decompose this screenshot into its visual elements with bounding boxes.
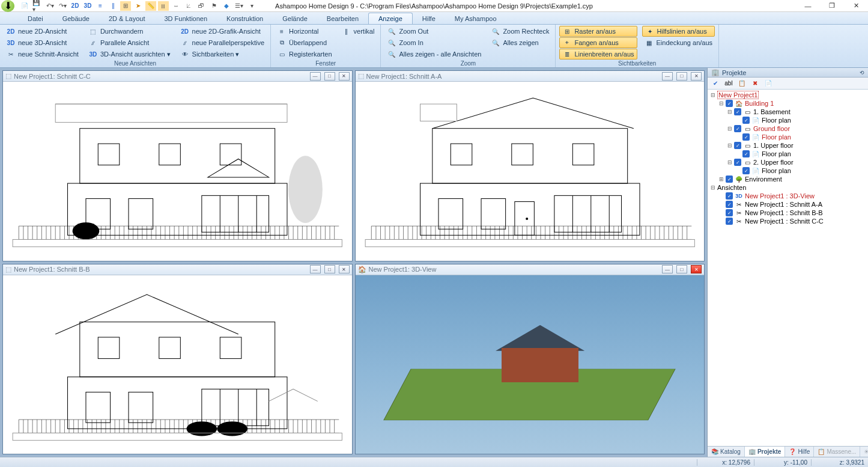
minimize-button[interactable]: —	[796, 0, 820, 12]
qat-redo-icon[interactable]: ↷▾	[57, 1, 68, 11]
tree-checkbox[interactable]: ✓	[742, 133, 750, 141]
view-pane[interactable]: 🏠 New Project1: 3D-View — □ ✕	[355, 264, 705, 455]
ribbon-btn-neue-2d-grafik-ansicht[interactable]: 2Dneue 2D-Grafik-Ansicht	[178, 26, 267, 37]
pane-header[interactable]: ⬚ New Project1: Schnitt A-A — □ ✕	[356, 71, 705, 82]
tree-row[interactable]: ✓📄Floor plan	[710, 116, 866, 124]
qat-undo-icon[interactable]: ↶▾	[44, 1, 55, 11]
tree-checkbox[interactable]: ✓	[742, 150, 750, 157]
check-icon[interactable]: ✔	[710, 79, 721, 88]
pane-maximize-button[interactable]: □	[324, 72, 335, 81]
view-pane[interactable]: ⬚ New Project1: Schnitt C-C — □ ✕	[2, 70, 353, 261]
qat-window-icon[interactable]: 🗗	[196, 1, 207, 11]
tree-row[interactable]: ✓📄Floor plan	[710, 166, 866, 175]
pane-body[interactable]	[3, 82, 352, 261]
pane-maximize-button[interactable]: □	[676, 72, 687, 81]
qat-dim-icon[interactable]: ↔	[171, 1, 181, 11]
qat-flag-icon[interactable]: ⚑	[208, 1, 219, 11]
qat-layer-icon[interactable]: ☰▾	[234, 1, 244, 11]
app-logo-icon[interactable]: ⬇	[1, 0, 14, 12]
menu-tab-geb-ude[interactable]: Gebäude	[53, 13, 99, 24]
tree-row[interactable]: ⊟✓▭Ground floor	[710, 124, 866, 133]
tree-checkbox[interactable]: ✓	[734, 125, 741, 132]
rename-icon[interactable]: abl	[723, 79, 734, 88]
pane-close-button[interactable]: ✕	[691, 72, 702, 81]
tree-checkbox[interactable]: ✓	[726, 100, 733, 107]
tree-checkbox[interactable]: ✓	[742, 167, 750, 174]
menu-tab-my-ashampoo[interactable]: My Ashampoo	[445, 13, 506, 24]
ribbon-btn-fangen-an-aus[interactable]: ⌖Fangen an/aus	[559, 37, 637, 48]
pane-header[interactable]: ⬚ New Project1: Schnitt B-B — □ ✕	[3, 264, 352, 275]
pane-body[interactable]	[3, 275, 352, 454]
pane-body[interactable]	[356, 275, 705, 454]
tree-row[interactable]: ⊟Ansichten	[710, 183, 866, 192]
qat-bars-icon[interactable]: ⫼	[158, 1, 169, 11]
ribbon-btn-sichtbarkeiten-[interactable]: 👁Sichtbarkeiten ▾	[178, 49, 267, 60]
tree-row[interactable]: ⊟New Project1	[710, 91, 866, 99]
qat-grid-icon[interactable]: ⊞	[120, 1, 131, 11]
pane-minimize-button[interactable]: —	[662, 265, 673, 273]
copy-icon[interactable]: 📋	[736, 79, 747, 88]
ribbon-btn-raster-an-aus[interactable]: ⊞Raster an/aus	[559, 26, 637, 37]
menu-tab-3d-funktionen[interactable]: 3D Funktionen	[155, 13, 217, 24]
properties-icon[interactable]: 📄	[763, 79, 774, 88]
view-pane[interactable]: ⬚ New Project1: Schnitt B-B — □ ✕	[2, 264, 353, 455]
ribbon-btn-zoom-rechteck[interactable]: 🔍Zoom Rechteck	[488, 26, 551, 37]
ribbon-btn-zoom-out[interactable]: 🔍Zoom Out	[384, 26, 484, 37]
tree-checkbox[interactable]: ✓	[742, 117, 750, 124]
qat-arrow-icon[interactable]: ➤	[133, 1, 144, 11]
tree-checkbox[interactable]: ✓	[726, 209, 733, 216]
pane-body[interactable]	[356, 82, 705, 261]
pane-minimize-button[interactable]: —	[662, 72, 673, 81]
ribbon-btn-zoom-in[interactable]: 🔍Zoom In	[384, 37, 484, 48]
pane-header[interactable]: ⬚ New Project1: Schnitt C-C — □ ✕	[3, 71, 352, 82]
tree-row[interactable]: ⊟✓▭1. Basement	[710, 108, 866, 116]
pane-maximize-button[interactable]: □	[676, 265, 687, 273]
tree-checkbox[interactable]: ✓	[734, 142, 741, 149]
tree-row[interactable]: ✓✂New Project1 : Schnitt A-A	[710, 200, 866, 209]
tree-row[interactable]: ⊟✓▭1. Upper floor	[710, 141, 866, 150]
delete-icon[interactable]: ✖	[750, 79, 760, 88]
qat-save-icon[interactable]: 💾▾	[32, 1, 43, 11]
ribbon-btn-neue-3d-ansicht[interactable]: 3Dneue 3D-Ansicht	[4, 37, 81, 48]
panel-restore-icon[interactable]: ⟲	[860, 70, 864, 76]
ribbon-btn--berlappend[interactable]: ⧉Überlappend	[275, 37, 335, 48]
ribbon-btn-3d-ansicht-ausrichten-[interactable]: 3D3D-Ansicht ausrichten ▾	[86, 49, 173, 60]
tree-expander-icon[interactable]: ⊟	[727, 142, 732, 148]
qat-2d-icon[interactable]: 2D	[70, 1, 80, 11]
ribbon-btn-neue-parallelperspektive[interactable]: ⫽neue Parallelperspektive	[178, 37, 267, 48]
qat-list-icon[interactable]: ≡	[95, 1, 106, 11]
ribbon-btn-alles-zeigen-alle-ansichten[interactable]: 🔍Alles zeigen - alle Ansichten	[384, 49, 484, 60]
qat-ruler-icon[interactable]: 📏	[145, 1, 156, 11]
tree-checkbox[interactable]: ✓	[726, 218, 733, 225]
tree-expander-icon[interactable]: ⊟	[710, 185, 715, 191]
tree-expander-icon[interactable]: ⊟	[727, 159, 732, 165]
view-pane[interactable]: ⬚ New Project1: Schnitt A-A — □ ✕	[355, 70, 705, 261]
tree-expander-icon[interactable]: ⊞	[718, 176, 724, 182]
tree-row[interactable]: ⊞✓🌳Environment	[710, 175, 866, 183]
tree-checkbox[interactable]: ✓	[734, 108, 741, 115]
ribbon-btn-linienbreiten-an-aus[interactable]: ≣Linienbreiten an/aus	[559, 49, 637, 60]
menu-tab-anzeige[interactable]: Anzeige	[368, 13, 413, 24]
ribbon-btn-vertikal[interactable]: ‖vertikal	[339, 26, 377, 37]
qat-more-icon[interactable]: ▾	[246, 1, 257, 11]
tree-checkbox[interactable]: ✓	[726, 192, 733, 200]
qat-new-icon[interactable]: 📄	[19, 1, 30, 11]
ribbon-btn-alles-zeigen[interactable]: 🔍Alles zeigen	[488, 37, 551, 48]
side-tab-hilfe[interactable]: ❓Hilfe	[785, 447, 814, 457]
qat-vsplit-icon[interactable]: ‖	[108, 1, 118, 11]
menu-tab-konstruktion[interactable]: Konstruktion	[217, 13, 273, 24]
view-3d-scene[interactable]	[356, 275, 705, 454]
tree-row[interactable]: ✓📄Floor plan	[710, 150, 866, 158]
ribbon-btn-horizontal[interactable]: ≡Horizontal	[275, 26, 335, 37]
tree-checkbox[interactable]: ✓	[726, 176, 733, 183]
side-tab-projekte[interactable]: 🏢Projekte	[745, 447, 785, 457]
pane-close-button[interactable]: ✕	[339, 265, 350, 273]
tree-row[interactable]: ⊟✓▭2. Upper floor	[710, 158, 866, 166]
ribbon-btn-eindeckung-an-aus[interactable]: ▦Eindeckung an/aus	[642, 37, 715, 48]
menu-tab-2d-layout[interactable]: 2D & Layout	[99, 13, 155, 24]
ribbon-btn-neue-2d-ansicht[interactable]: 2Dneue 2D-Ansicht	[4, 26, 81, 37]
menu-tab-datei[interactable]: Datei	[18, 13, 53, 24]
ribbon-btn-hilfslinien-an-aus[interactable]: ✦Hilfslinien an/aus	[642, 26, 715, 37]
pane-header[interactable]: 🏠 New Project1: 3D-View — □ ✕	[356, 264, 705, 275]
menu-tab-bearbeiten[interactable]: Bearbeiten	[317, 13, 368, 24]
